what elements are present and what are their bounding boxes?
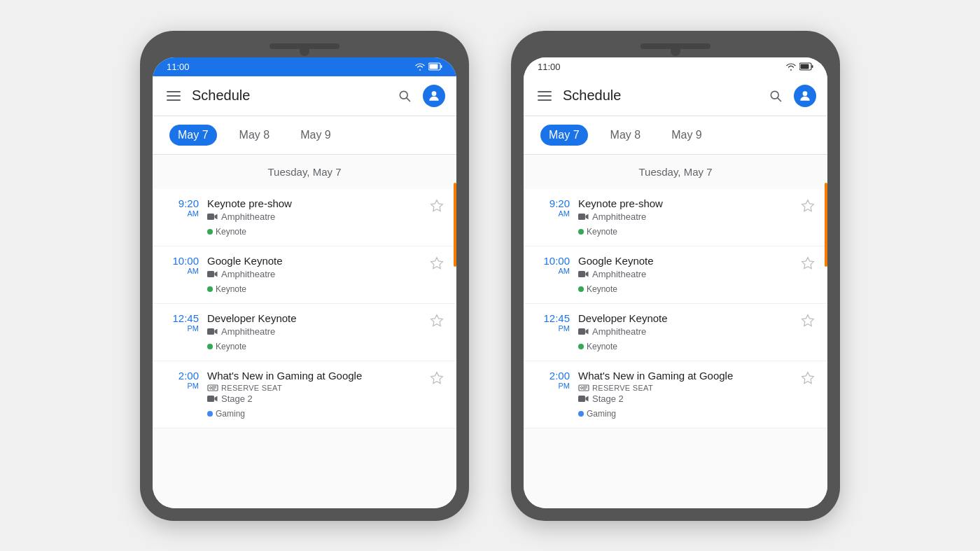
event-tag: Keynote [207,342,246,351]
svg-point-24 [803,91,808,96]
tag-label: Keynote [216,284,246,294]
favorite-button[interactable] [428,312,445,333]
svg-rect-36 [578,396,585,402]
event-details: Keynote pre-show AmphitheatreKeynote [207,197,420,237]
tag-dot [578,286,584,292]
battery-icon [799,62,813,71]
account-button[interactable] [423,85,445,107]
tag-dot [207,411,213,417]
location-text: Amphitheatre [592,269,646,279]
location-text: Amphitheatre [592,211,646,222]
tag-label: Gaming [216,409,245,419]
svg-rect-20 [801,64,809,69]
time-value: 9:20 [535,197,570,209]
favorite-button[interactable] [799,255,816,275]
event-location: Amphitheatre [207,211,420,222]
schedule-item[interactable]: 12:45PMDeveloper Keynote AmphitheatreKey… [153,304,456,361]
schedule-item[interactable]: 10:00AMGoogle Keynote AmphitheatreKeynot… [524,246,827,304]
time-ampm: PM [164,382,199,390]
menu-button[interactable] [164,86,183,106]
time-value: 12:45 [164,312,199,324]
event-details: Developer Keynote AmphitheatreKeynote [207,312,420,352]
video-icon [207,395,218,403]
ticket-icon [578,384,589,392]
schedule-item[interactable]: 2:00PMWhat's New in Gaming at Google RES… [524,361,827,428]
date-tab-1[interactable]: May 8 [602,125,650,146]
favorite-button[interactable] [428,370,445,390]
event-location: Amphitheatre [207,326,420,337]
svg-rect-27 [578,271,585,277]
svg-rect-2 [441,65,442,68]
tag-label: Keynote [587,284,617,294]
scroll-indicator [825,183,827,267]
tag-label: Gaming [587,409,616,419]
event-details: What's New in Gaming at Google RESERVE S… [578,370,791,419]
event-time: 10:00AM [164,255,199,275]
menu-button[interactable] [535,86,554,106]
event-tag: Gaming [207,409,245,419]
svg-rect-21 [812,65,813,68]
ticket-icon [207,384,218,392]
favorite-button[interactable] [799,197,816,218]
tag-dot [207,344,213,349]
time-value: 9:20 [164,197,199,209]
svg-marker-28 [802,257,814,268]
event-tag: Keynote [578,227,617,237]
time-ampm: PM [535,382,570,390]
event-time: 9:20AM [535,197,570,218]
date-tab-1[interactable]: May 8 [231,125,279,146]
app-bar-title: Schedule [563,88,757,104]
svg-rect-8 [207,271,214,277]
svg-marker-18 [431,372,443,383]
schedule-item[interactable]: 12:45PMDeveloper Keynote AmphitheatreKey… [524,304,827,361]
svg-rect-1 [430,64,438,69]
schedule-item[interactable]: 10:00AMGoogle Keynote AmphitheatreKeynot… [153,246,456,304]
tag-label: Keynote [587,342,617,351]
date-tab-0[interactable]: May 7 [540,125,588,146]
event-title: What's New in Gaming at Google [207,370,420,382]
time-ampm: PM [535,324,570,333]
status-icons [785,62,813,71]
svg-rect-10 [207,328,214,335]
time-ampm: AM [164,267,199,275]
phone-1: 11:00 ScheduleMay 7May 8May 9Tuesday, Ma… [140,31,469,521]
battery-icon [428,62,442,71]
favorite-button[interactable] [428,197,445,218]
time-ampm: AM [535,267,570,275]
svg-rect-25 [578,214,585,220]
app-bar: Schedule [524,76,827,116]
tag-label: Keynote [587,227,617,237]
wifi-icon [785,62,797,71]
schedule-item[interactable]: 9:20AMKeynote pre-show AmphitheatreKeyno… [524,189,827,246]
schedule-item[interactable]: 2:00PMWhat's New in Gaming at Google RES… [153,361,456,428]
svg-marker-9 [431,257,443,268]
status-icons [414,62,442,71]
account-button[interactable] [794,85,816,107]
tag-dot [578,344,584,349]
date-tab-0[interactable]: May 7 [169,125,217,146]
svg-rect-6 [207,214,214,220]
event-location: Amphitheatre [207,269,420,279]
svg-marker-7 [431,200,443,211]
wifi-icon [414,62,426,71]
favorite-button[interactable] [799,370,816,390]
event-details: Google Keynote AmphitheatreKeynote [578,255,791,295]
favorite-button[interactable] [428,255,445,275]
schedule-item[interactable]: 9:20AMKeynote pre-show AmphitheatreKeyno… [153,189,456,246]
svg-marker-26 [802,200,814,211]
app-bar-title: Schedule [192,88,386,104]
event-details: What's New in Gaming at Google RESERVE S… [207,370,420,419]
search-button[interactable] [395,86,414,106]
video-icon [578,213,589,221]
date-tab-2[interactable]: May 9 [292,125,340,146]
event-details: Developer Keynote AmphitheatreKeynote [578,312,791,352]
status-bar: 11:00 [524,57,827,76]
date-tab-2[interactable]: May 9 [663,125,710,146]
svg-point-5 [432,91,437,96]
location-text: Amphitheatre [221,326,275,337]
event-title: What's New in Gaming at Google [578,370,791,382]
favorite-button[interactable] [799,312,816,333]
search-button[interactable] [766,86,785,106]
location-text: Amphitheatre [221,211,275,222]
status-bar: 11:00 [153,57,456,76]
